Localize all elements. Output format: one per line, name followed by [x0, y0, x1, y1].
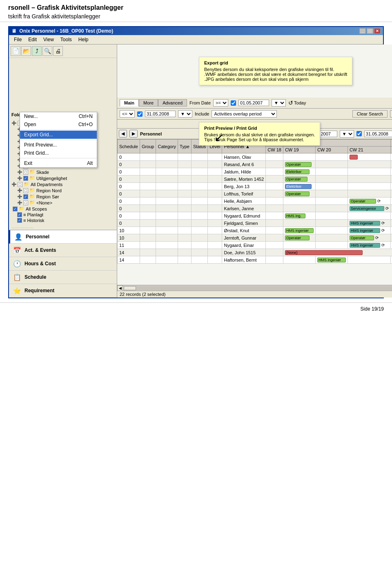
table-row[interactable]: 0 Jaldum, Hilde Elektriker — [118, 168, 392, 175]
menu-open[interactable]: OpenCtrl+O — [20, 120, 97, 129]
toolbar-new[interactable]: 📄 — [11, 46, 20, 56]
nav-requirement-label: Requirement — [24, 288, 54, 293]
bar-8: Serviceingenior — [350, 206, 384, 211]
nav-personnel[interactable]: 👤 Personnel — [9, 230, 117, 244]
to-date-year-select[interactable]: ▼ — [178, 110, 192, 118]
menu-view[interactable]: View — [40, 36, 57, 43]
scroll-track[interactable] — [124, 286, 392, 290]
gantt-to-check[interactable] — [356, 131, 362, 136]
tab-advanced[interactable]: Advanced — [158, 99, 187, 107]
nav-act-events[interactable]: 📅 Act. & Events — [9, 244, 117, 257]
table-row[interactable]: 14 Doe, John 1515 (None) — [118, 249, 392, 256]
menu-tools[interactable]: Tools — [57, 36, 75, 43]
menu-export[interactable]: Export Grid... — [20, 131, 97, 139]
from-date-input[interactable] — [238, 100, 269, 106]
cw22: CW 22 — [390, 147, 392, 153]
folder-skade[interactable]: ➕ □ 📁 Skade — [11, 169, 115, 175]
menu-print-grid[interactable]: Print Grid... — [20, 149, 97, 157]
horizontal-scrollbar[interactable]: ◀ ▶ — [117, 285, 392, 291]
table-row[interactable]: 11 Nygaard, Einar HMS ingeniør ⟳ — [118, 242, 392, 249]
from-date-checkbox[interactable] — [231, 100, 236, 106]
table-row[interactable]: 10 Jerntoft, Gunnar Operatør Operatør ⟳ — [118, 234, 392, 242]
nav-requirement[interactable]: ⭐ Requirement — [9, 284, 117, 298]
page-footer: Side 19/19 — [0, 302, 392, 315]
tab-row: Main More Advanced — [120, 99, 187, 107]
nav-schedule[interactable]: 📋 Schedule — [9, 271, 117, 284]
arrow-indicator: ↗ — [214, 132, 224, 144]
page-subtitle: tskrift fra Grafisk aktivitetsplanlegger — [8, 13, 384, 20]
requirement-icon: ⭐ — [13, 287, 21, 295]
bar-4a: Operatør — [285, 177, 307, 182]
close-button[interactable]: ✕ — [374, 28, 381, 34]
folder-region-sor[interactable]: ➕ ✓ 📁 Region Sør — [11, 193, 115, 200]
menu-print-preview[interactable]: Print Preview... — [20, 141, 97, 149]
toolbar-print[interactable]: 🖨 — [53, 46, 63, 56]
menu-new[interactable]: New...Ctrl+N — [20, 112, 97, 120]
toolbar-open[interactable]: 📂 — [21, 46, 31, 56]
toolbar-print-preview[interactable]: 🔍 — [42, 46, 52, 56]
toolbar-export[interactable]: ⤴ — [32, 46, 42, 56]
bar-5: Elektriker — [285, 184, 312, 189]
table-row[interactable]: 0 Røsand, Arnt 6 Operatør — [118, 161, 392, 168]
menu-sep1 — [20, 129, 97, 130]
folder-planlagt[interactable]: ✓ ≡ Planlagt — [11, 212, 115, 218]
to-operator-select[interactable]: <= — [120, 110, 135, 118]
bar-11a: HMS ingeniør — [285, 228, 314, 233]
folder-historisk[interactable]: ✓ ≡ Historisk — [11, 218, 115, 223]
sidebar: 📄 📂 ⤴ 🔍 🖨 New...Ctrl+N OpenCtrl+O Export… — [9, 44, 117, 298]
to-date-input[interactable] — [145, 111, 176, 117]
menu-edit[interactable]: Edit — [25, 36, 40, 43]
table-row[interactable]: 0 Sætre, Morten 1452 Operatør Servicei — [118, 175, 392, 183]
folder-region-nord[interactable]: ➕ □ 📁 Region Nord — [11, 187, 115, 193]
table-row[interactable]: 0 Berg, Jon 13 Elektriker — [118, 183, 392, 190]
nav-hours-cost[interactable]: 🕐 Hours & Cost — [9, 257, 117, 271]
from-date-label: From Date — [189, 100, 211, 105]
tab-more[interactable]: More — [139, 99, 158, 107]
maximize-button[interactable]: □ — [367, 28, 373, 34]
tab-main[interactable]: Main — [120, 99, 139, 107]
table-row[interactable]: 0 Helle, Asbjørn Operatør ⟳ — [118, 198, 392, 205]
from-operator-select[interactable]: >= — [213, 99, 228, 107]
from-date-year-select[interactable]: ▼ — [272, 99, 286, 107]
bar-15: HMS ingeniør — [317, 258, 346, 262]
table-row[interactable]: 0 Nygaard, Edmund HMS ing. — [118, 212, 392, 220]
minimize-button[interactable]: _ — [359, 28, 366, 34]
clear-search-button[interactable]: Clear Search — [352, 110, 388, 118]
menu-file[interactable]: File — [11, 36, 25, 43]
gantt-to-input[interactable] — [364, 131, 392, 137]
save-search-button[interactable]: Save Search — [390, 110, 392, 118]
gantt-from-year[interactable]: ▼ — [340, 130, 354, 138]
cw19: CW 19 — [283, 147, 315, 153]
export-tooltip-title: Export grid — [204, 60, 347, 65]
gantt-nav-next[interactable]: ▶ — [129, 130, 138, 138]
include-select[interactable]: Activities overlap period — [212, 110, 277, 118]
table-row[interactable]: 0 Fjeldgard, Simen HMS ingeniør ⟳ — [118, 220, 392, 227]
col-schedule: Schedule — [118, 140, 140, 153]
act-events-icon: 📅 — [13, 246, 21, 254]
menu-exit[interactable]: ExitAlt — [20, 159, 97, 167]
table-row[interactable]: 0 Lofthus, Torleif Operatør — [118, 190, 392, 198]
table-row[interactable]: 0 Hansen, Olav — [118, 153, 392, 161]
table-row[interactable]: 14 Haftorsen, Bernt HMS ingeniør — [118, 256, 392, 264]
table-row[interactable]: 10 Ørstad, Knut HMS ingeniør HMS ingeniø… — [118, 227, 392, 234]
folder-none[interactable]: ➕ □ 📁 <None> — [11, 200, 115, 206]
table-row[interactable]: 0 Karlsen, Janne Serviceingenior ⟳ — [118, 205, 392, 212]
folder-all-departments[interactable]: ➕ □ 📁 All Departments — [11, 181, 115, 187]
menu-bar: File Edit View Tools Help — [9, 35, 383, 44]
month-june: June 2 — [390, 140, 392, 147]
today-label[interactable]: Today — [294, 100, 306, 105]
status-bar: 22 records (2 selected) — [117, 291, 392, 298]
to-date-checkbox[interactable] — [137, 111, 143, 117]
menu-help[interactable]: Help — [75, 36, 92, 43]
bar-11b: HMS ingeniør — [350, 228, 380, 233]
folder-all-scopes[interactable]: ✓ 📁 All Scopes — [11, 206, 115, 212]
bar-9: HMS ing. — [285, 213, 305, 218]
scroll-thumb[interactable] — [124, 286, 136, 290]
gantt-nav-prev[interactable]: ◀ — [119, 130, 127, 138]
col-type: Type — [178, 140, 192, 153]
folder-utilgjengelighet[interactable]: ➕ ✓ 📁 Utilgjengelighet — [11, 175, 115, 181]
bar-1 — [350, 155, 358, 160]
scroll-left-btn[interactable]: ◀ — [117, 285, 123, 291]
gantt-area[interactable]: Schedule Group Category Type Status Leve… — [117, 139, 392, 285]
nav-buttons: 👤 Personnel 📅 Act. & Events 🕐 Hours & Co… — [9, 230, 117, 298]
